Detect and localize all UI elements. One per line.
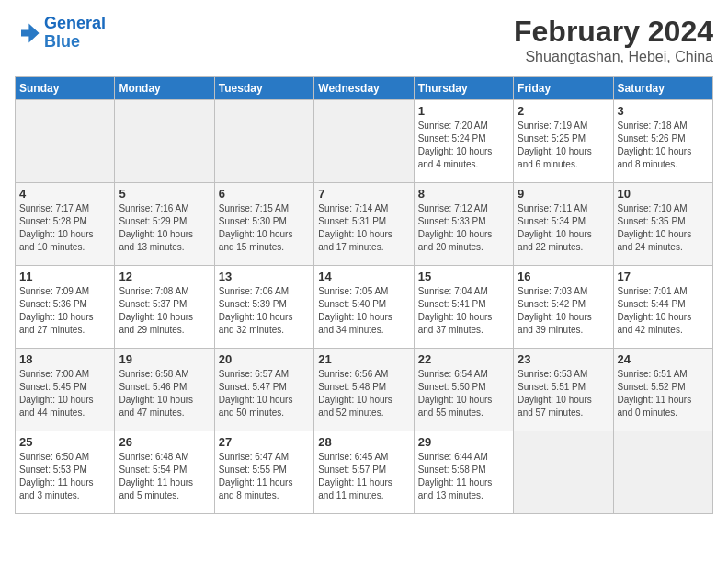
- day-info: Sunrise: 7:16 AM Sunset: 5:29 PM Dayligh…: [119, 202, 210, 254]
- day-info: Sunrise: 7:08 AM Sunset: 5:37 PM Dayligh…: [119, 285, 210, 337]
- day-number: 14: [318, 270, 409, 283]
- day-number: 11: [19, 270, 110, 283]
- day-number: 23: [518, 352, 609, 366]
- day-info: Sunrise: 6:57 AM Sunset: 5:47 PM Dayligh…: [219, 368, 310, 419]
- calendar-cell: 4Sunrise: 7:17 AM Sunset: 5:28 PM Daylig…: [16, 183, 115, 266]
- day-number: 13: [219, 270, 310, 283]
- calendar-header: SundayMondayTuesdayWednesdayThursdayFrid…: [16, 77, 713, 100]
- day-info: Sunrise: 7:19 AM Sunset: 5:25 PM Dayligh…: [518, 120, 609, 171]
- day-number: 12: [119, 270, 210, 283]
- day-info: Sunrise: 7:18 AM Sunset: 5:26 PM Dayligh…: [618, 120, 709, 171]
- day-number: 4: [19, 187, 110, 201]
- logo-icon: [15, 20, 40, 46]
- calendar-cell: 9Sunrise: 7:11 AM Sunset: 5:34 PM Daylig…: [514, 183, 613, 266]
- day-info: Sunrise: 6:54 AM Sunset: 5:50 PM Dayligh…: [418, 368, 509, 419]
- day-info: Sunrise: 6:44 AM Sunset: 5:58 PM Dayligh…: [418, 451, 509, 502]
- header-cell-monday: Monday: [115, 77, 214, 100]
- day-info: Sunrise: 7:17 AM Sunset: 5:28 PM Dayligh…: [19, 202, 110, 254]
- calendar-cell: 3Sunrise: 7:18 AM Sunset: 5:26 PM Daylig…: [613, 100, 712, 183]
- calendar-cell: 15Sunrise: 7:04 AM Sunset: 5:41 PM Dayli…: [414, 266, 513, 349]
- day-number: 29: [418, 435, 509, 449]
- day-number: 21: [318, 352, 409, 366]
- calendar-cell: 8Sunrise: 7:12 AM Sunset: 5:33 PM Daylig…: [414, 183, 513, 266]
- header-cell-thursday: Thursday: [414, 77, 513, 100]
- day-number: 25: [19, 435, 110, 449]
- day-info: Sunrise: 7:14 AM Sunset: 5:31 PM Dayligh…: [318, 202, 409, 254]
- day-number: 24: [618, 352, 709, 366]
- calendar-cell: 18Sunrise: 7:00 AM Sunset: 5:45 PM Dayli…: [16, 349, 115, 431]
- day-info: Sunrise: 7:05 AM Sunset: 5:40 PM Dayligh…: [318, 285, 409, 337]
- calendar-cell: [214, 100, 313, 183]
- calendar-subtitle: Shuangtashan, Hebei, China: [514, 49, 713, 65]
- day-number: 17: [618, 270, 709, 283]
- header-cell-wednesday: Wednesday: [314, 77, 414, 100]
- day-info: Sunrise: 7:11 AM Sunset: 5:34 PM Dayligh…: [518, 202, 609, 254]
- day-number: 6: [219, 187, 310, 201]
- calendar-cell: 7Sunrise: 7:14 AM Sunset: 5:31 PM Daylig…: [314, 183, 414, 266]
- logo-line1: General: [44, 14, 106, 32]
- day-number: 3: [618, 104, 709, 118]
- day-info: Sunrise: 7:00 AM Sunset: 5:45 PM Dayligh…: [19, 368, 110, 419]
- calendar-cell: 23Sunrise: 6:53 AM Sunset: 5:51 PM Dayli…: [514, 349, 613, 431]
- calendar-body: 1Sunrise: 7:20 AM Sunset: 5:24 PM Daylig…: [16, 100, 713, 514]
- day-info: Sunrise: 6:53 AM Sunset: 5:51 PM Dayligh…: [518, 368, 609, 419]
- calendar-cell: 2Sunrise: 7:19 AM Sunset: 5:25 PM Daylig…: [514, 100, 613, 183]
- day-number: 26: [119, 435, 210, 449]
- day-info: Sunrise: 6:51 AM Sunset: 5:52 PM Dayligh…: [618, 368, 709, 419]
- day-info: Sunrise: 6:47 AM Sunset: 5:55 PM Dayligh…: [219, 451, 310, 502]
- calendar-cell: 16Sunrise: 7:03 AM Sunset: 5:42 PM Dayli…: [514, 266, 613, 349]
- calendar-cell: [613, 431, 712, 514]
- calendar-week-row: 11Sunrise: 7:09 AM Sunset: 5:36 PM Dayli…: [16, 266, 713, 349]
- calendar-cell: [314, 100, 414, 183]
- day-number: 27: [219, 435, 310, 449]
- calendar-cell: 29Sunrise: 6:44 AM Sunset: 5:58 PM Dayli…: [414, 431, 513, 514]
- day-number: 28: [318, 435, 409, 449]
- calendar-cell: 20Sunrise: 6:57 AM Sunset: 5:47 PM Dayli…: [214, 349, 313, 431]
- calendar-cell: 14Sunrise: 7:05 AM Sunset: 5:40 PM Dayli…: [314, 266, 414, 349]
- calendar-week-row: 4Sunrise: 7:17 AM Sunset: 5:28 PM Daylig…: [16, 183, 713, 266]
- day-number: 9: [518, 187, 609, 201]
- header-cell-saturday: Saturday: [613, 77, 712, 100]
- calendar-cell: 27Sunrise: 6:47 AM Sunset: 5:55 PM Dayli…: [214, 431, 313, 514]
- header-row: SundayMondayTuesdayWednesdayThursdayFrid…: [16, 77, 713, 100]
- day-info: Sunrise: 7:15 AM Sunset: 5:30 PM Dayligh…: [219, 202, 310, 254]
- day-number: 10: [618, 187, 709, 201]
- day-number: 7: [318, 187, 409, 201]
- calendar-cell: 24Sunrise: 6:51 AM Sunset: 5:52 PM Dayli…: [613, 349, 712, 431]
- day-info: Sunrise: 7:04 AM Sunset: 5:41 PM Dayligh…: [418, 285, 509, 337]
- calendar-cell: 12Sunrise: 7:08 AM Sunset: 5:37 PM Dayli…: [115, 266, 214, 349]
- day-info: Sunrise: 7:06 AM Sunset: 5:39 PM Dayligh…: [219, 285, 310, 337]
- calendar-cell: 11Sunrise: 7:09 AM Sunset: 5:36 PM Dayli…: [16, 266, 115, 349]
- day-number: 1: [418, 104, 509, 118]
- day-number: 22: [418, 352, 509, 366]
- day-info: Sunrise: 7:20 AM Sunset: 5:24 PM Dayligh…: [418, 120, 509, 171]
- calendar-cell: 1Sunrise: 7:20 AM Sunset: 5:24 PM Daylig…: [414, 100, 513, 183]
- calendar-cell: 17Sunrise: 7:01 AM Sunset: 5:44 PM Dayli…: [613, 266, 712, 349]
- title-block: February 2024 Shuangtashan, Hebei, China: [514, 15, 713, 65]
- calendar-cell: [115, 100, 214, 183]
- calendar-week-row: 1Sunrise: 7:20 AM Sunset: 5:24 PM Daylig…: [16, 100, 713, 183]
- calendar-cell: 25Sunrise: 6:50 AM Sunset: 5:53 PM Dayli…: [16, 431, 115, 514]
- calendar-week-row: 18Sunrise: 7:00 AM Sunset: 5:45 PM Dayli…: [16, 349, 713, 431]
- header-cell-tuesday: Tuesday: [214, 77, 313, 100]
- day-number: 20: [219, 352, 310, 366]
- day-number: 19: [119, 352, 210, 366]
- day-number: 8: [418, 187, 509, 201]
- calendar-cell: 13Sunrise: 7:06 AM Sunset: 5:39 PM Dayli…: [214, 266, 313, 349]
- calendar-table: SundayMondayTuesdayWednesdayThursdayFrid…: [15, 76, 713, 514]
- day-info: Sunrise: 6:48 AM Sunset: 5:54 PM Dayligh…: [119, 451, 210, 502]
- day-number: 2: [518, 104, 609, 118]
- calendar-cell: 26Sunrise: 6:48 AM Sunset: 5:54 PM Dayli…: [115, 431, 214, 514]
- calendar-cell: 28Sunrise: 6:45 AM Sunset: 5:57 PM Dayli…: [314, 431, 414, 514]
- day-info: Sunrise: 7:09 AM Sunset: 5:36 PM Dayligh…: [19, 285, 110, 337]
- day-info: Sunrise: 7:10 AM Sunset: 5:35 PM Dayligh…: [618, 202, 709, 254]
- day-info: Sunrise: 7:01 AM Sunset: 5:44 PM Dayligh…: [618, 285, 709, 337]
- day-number: 15: [418, 270, 509, 283]
- calendar-cell: 10Sunrise: 7:10 AM Sunset: 5:35 PM Dayli…: [613, 183, 712, 266]
- header-cell-sunday: Sunday: [16, 77, 115, 100]
- day-info: Sunrise: 7:12 AM Sunset: 5:33 PM Dayligh…: [418, 202, 509, 254]
- day-number: 16: [518, 270, 609, 283]
- day-info: Sunrise: 6:56 AM Sunset: 5:48 PM Dayligh…: [318, 368, 409, 419]
- day-info: Sunrise: 6:58 AM Sunset: 5:46 PM Dayligh…: [119, 368, 210, 419]
- calendar-cell: 6Sunrise: 7:15 AM Sunset: 5:30 PM Daylig…: [214, 183, 313, 266]
